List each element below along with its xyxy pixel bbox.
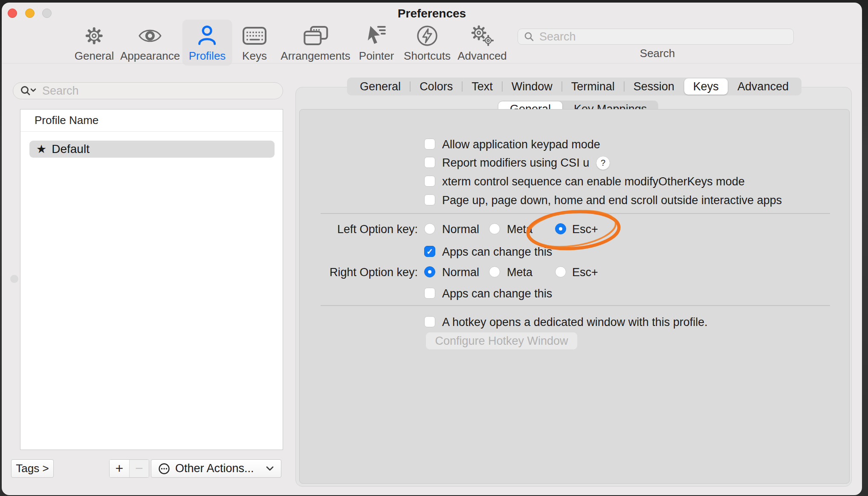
checkbox-label: A hotkey opens a dedicated window with t… [442,316,708,329]
profile-list-header: Profile Name [20,110,283,132]
add-remove-profile-group: + − [109,459,149,478]
profile-tab-bar: General Colors Text Window Terminal Sess… [347,78,801,95]
toolbar-search-caption: Search [615,47,700,60]
checkbox-label: Apps can change this [442,245,552,259]
checkmark-icon: ✓ [426,248,433,256]
tab-keys[interactable]: Keys [684,78,728,95]
tab-general[interactable]: General [351,78,410,95]
toolbar-item-pointer[interactable]: Pointer [353,20,400,66]
search-icon [524,32,534,42]
toolbar-item-arrangements[interactable]: Arrangements [274,20,356,66]
star-icon: ★ [36,142,46,156]
tab-advanced[interactable]: Advanced [729,78,798,95]
checkbox-label: Allow application keypad mode [442,138,600,151]
toolbar-item-keys[interactable]: Keys [236,20,273,66]
scoped-search-icon [20,85,37,96]
tab-text[interactable]: Text [463,78,502,95]
configure-hotkey-window-label: Configure Hotkey Window [435,335,568,348]
toolbar-label: Pointer [359,49,394,63]
profile-search-field[interactable] [13,82,283,99]
chevron-down-icon [266,466,274,471]
checkbox-modifyotherkeys[interactable] [424,176,435,187]
radio-label: Normal [442,223,479,236]
toolbar-label: Shortcuts [404,49,451,63]
toolbar-label: General [75,49,114,63]
radio-label: Meta [507,266,532,279]
person-icon [196,23,219,48]
toolbar-item-profiles[interactable]: Profiles [182,20,232,66]
tab-colors[interactable]: Colors [411,78,462,95]
toolbar-item-shortcuts[interactable]: Shortcuts [397,20,457,66]
window-title: Preferences [2,7,862,20]
other-actions-label: Other Actions... [175,462,266,475]
configure-hotkey-window-button: Configure Hotkey Window [426,332,577,349]
remove-profile-button[interactable]: − [129,460,149,477]
checkbox-label: Report modifiers using CSI u [442,156,589,170]
section-divider [321,305,830,306]
toolbar-divider [2,63,862,63]
checkbox-csi-u[interactable] [424,157,435,168]
toolbar-search-field[interactable] [518,29,794,45]
toolbar-label: Keys [242,49,267,63]
window-edge-dot [10,275,18,283]
checkbox-label: Page up, page down, home and end scroll … [442,194,782,207]
left-option-label: Left Option key: [300,223,418,236]
radio-label: Esc+ [572,223,598,236]
toolbar-item-appearance[interactable]: Appearance [114,20,186,66]
radio-label: Normal [442,266,479,279]
toolbar-item-general[interactable]: General [68,20,121,66]
checkbox-label: xterm control sequence can enable modify… [442,175,745,188]
other-actions-dropdown[interactable]: Other Actions... [151,459,281,478]
toolbar-label: Advanced [457,49,507,63]
toolbar-item-advanced[interactable]: Advanced [451,20,513,66]
gear-icon [83,23,105,48]
checkbox-page-scroll[interactable] [424,194,435,205]
gears-icon [469,23,495,48]
section-divider [321,213,830,214]
profile-list: Profile Name ★ Default [20,109,283,450]
tags-button[interactable]: Tags > [11,459,54,478]
eye-icon [138,23,162,48]
checkbox-right-apps-can-change[interactable] [424,288,435,299]
toolbar-search-input[interactable] [538,30,793,44]
radio-right-normal[interactable] [424,266,435,277]
radio-right-esc[interactable] [555,266,566,277]
minus-icon: − [135,461,143,476]
right-option-label: Right Option key: [300,266,418,279]
windows-icon [302,23,329,48]
plus-icon: + [115,461,123,476]
toolbar-label: Appearance [120,49,180,63]
profile-search-input[interactable] [41,84,283,98]
checkbox-label: Apps can change this [442,287,552,300]
radio-left-meta[interactable] [489,223,500,234]
help-button[interactable]: ? [596,156,610,170]
profile-name: Default [52,142,90,156]
checkbox-hotkey-window[interactable] [424,316,435,327]
checkbox-left-apps-can-change[interactable]: ✓ [424,246,435,257]
tab-terminal[interactable]: Terminal [562,78,624,95]
radio-label: Meta [507,223,532,236]
keys-general-panel: Allow application keypad mode Report mod… [299,109,850,484]
add-profile-button[interactable]: + [110,460,129,477]
tab-session[interactable]: Session [625,78,683,95]
radio-left-normal[interactable] [424,223,435,234]
radio-right-meta[interactable] [489,266,500,277]
keyboard-icon [242,23,267,48]
checkbox-keypad-mode[interactable] [424,138,435,150]
question-mark-icon: ? [601,158,605,168]
cursor-icon [365,23,388,48]
radio-label: Esc+ [572,266,598,279]
radio-left-esc[interactable] [555,223,566,234]
toolbar-label: Profiles [189,49,226,63]
tags-button-label: Tags > [16,462,49,475]
lightning-circle-icon [416,23,439,48]
ellipsis-circle-icon [158,463,170,475]
tab-window[interactable]: Window [503,78,561,95]
profile-row-default[interactable]: ★ Default [29,141,275,158]
toolbar-label: Arrangements [281,49,350,63]
